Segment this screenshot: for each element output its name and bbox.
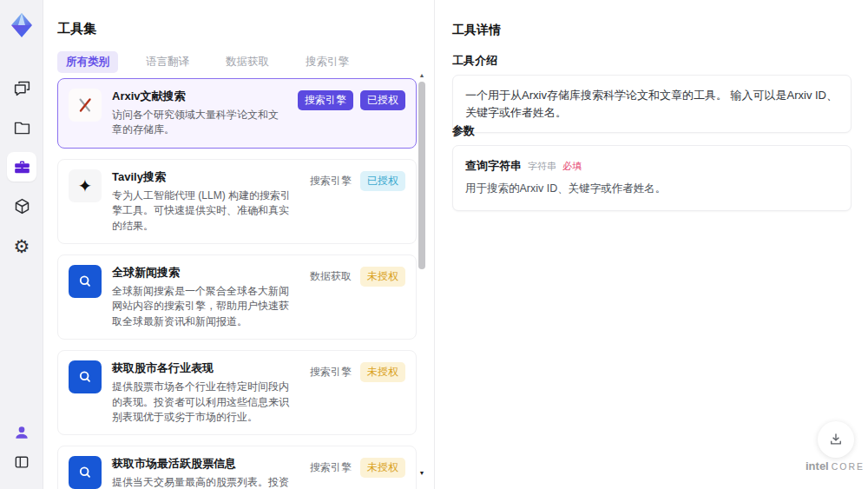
chat-icon — [13, 79, 31, 97]
tool-card-global-news[interactable]: 全球新闻搜索 全球新闻搜索是一个聚合全球各大新闻网站内容的搜索引擎，帮助用户快速… — [57, 254, 417, 340]
auth-status-badge: 未授权 — [360, 458, 405, 478]
tool-card-active-stocks[interactable]: 获取市场最活跃股票信息 提供当天交易量最高的股票列表。投资者可以利用这些信息来识… — [57, 446, 417, 489]
list-scrollbar[interactable]: ▲ ▼ — [418, 73, 426, 481]
search-logo-icon — [69, 456, 102, 489]
tool-name: Tavily搜索 — [112, 169, 298, 185]
tool-card-arxiv[interactable]: Arxiv文献搜索 访问各个研究领域大量科学论文和文章的存储库。 搜索引擎 已授… — [57, 78, 417, 149]
sidebar-item-packages[interactable] — [7, 191, 36, 221]
tool-card-tavily[interactable]: ✦ Tavily搜索 专为人工智能代理 (LLM) 构建的搜索引擎工具。可快速提… — [57, 159, 417, 244]
app-logo-icon[interactable] — [9, 11, 35, 39]
category-badge: 数据获取 — [308, 267, 353, 287]
tool-description: 访问各个研究领域大量科学论文和文章的存储库。 — [112, 108, 287, 138]
category-badge: 搜索引擎 — [308, 458, 353, 478]
sidebar-item-collapse[interactable] — [7, 447, 36, 477]
sidebar-item-chat[interactable] — [7, 73, 36, 102]
scroll-up-icon[interactable]: ▲ — [418, 72, 426, 78]
scrollbar-thumb[interactable] — [418, 82, 425, 269]
page-title: 工具集 — [57, 21, 96, 37]
tab-all-categories[interactable]: 所有类别 — [57, 51, 118, 73]
tool-description: 全球新闻搜索是一个聚合全球各大新闻网站内容的搜索引擎，帮助用户快速获取全球最新资… — [112, 284, 298, 329]
tool-card-stock-sectors[interactable]: 获取股市各行业表现 提供股票市场各个行业在特定时间段内的表现。投资者可以利用这些… — [57, 350, 417, 435]
download-button[interactable] — [818, 421, 854, 458]
sidebar-item-settings[interactable]: ⚙ — [7, 231, 36, 261]
category-badge: 搜索引擎 — [308, 171, 353, 191]
category-badge: 搜索引擎 — [298, 90, 353, 110]
details-title: 工具详情 — [452, 23, 501, 38]
param-card: 查询字符串 字符串 必填 用于搜索的Arxiv ID、关键字或作者姓名。 — [452, 145, 852, 211]
search-logo-icon — [69, 360, 102, 393]
tool-description: 提供当天交易量最高的股票列表。投资者可以利用这些信息来识别流动性强的股票和潜在的… — [112, 475, 298, 489]
tools-panel: 工具集 所有类别 语言翻译 数据获取 搜索引擎 Arxiv文献搜索 访问各个研究… — [43, 0, 434, 489]
tab-language-translation[interactable]: 语言翻译 — [137, 51, 198, 73]
tool-name: 全球新闻搜索 — [112, 265, 298, 281]
gear-icon: ⚙ — [14, 237, 30, 255]
param-type: 字符串 — [528, 160, 556, 173]
category-tabs: 所有类别 语言翻译 数据获取 搜索引擎 — [57, 51, 358, 73]
param-description: 用于搜索的Arxiv ID、关键字或作者姓名。 — [465, 182, 838, 196]
params-heading: 参数 — [452, 123, 475, 139]
intel-core-logo: intelCORE — [806, 458, 861, 473]
sidebar-item-files[interactable] — [7, 113, 36, 142]
tool-intro-box: 一个用于从Arxiv存储库搜索科学论文和文章的工具。 输入可以是Arxiv ID… — [452, 75, 852, 133]
tool-list: Arxiv文献搜索 访问各个研究领域大量科学论文和文章的存储库。 搜索引擎 已授… — [57, 78, 417, 489]
arxiv-logo-icon — [69, 89, 102, 122]
tool-name: 获取市场最活跃股票信息 — [112, 456, 298, 472]
user-icon — [13, 424, 30, 441]
search-logo-icon — [69, 265, 102, 298]
category-badge: 搜索引擎 — [308, 362, 353, 382]
tab-search-engine[interactable]: 搜索引擎 — [297, 51, 358, 73]
folder-icon — [13, 119, 31, 137]
scroll-down-icon[interactable]: ▼ — [418, 470, 426, 476]
cube-icon — [13, 197, 31, 215]
tab-data-acquisition[interactable]: 数据获取 — [217, 51, 278, 73]
tool-details-panel: 工具详情 工具介绍 一个用于从Arxiv存储库搜索科学论文和文章的工具。 输入可… — [434, 0, 868, 489]
auth-status-badge: 未授权 — [360, 362, 405, 382]
auth-status-badge: 已授权 — [360, 171, 405, 191]
intro-heading: 工具介绍 — [452, 53, 497, 69]
download-icon — [828, 432, 844, 447]
param-required-flag: 必填 — [562, 160, 582, 173]
sidebar-item-account[interactable] — [7, 418, 36, 447]
tool-description: 专为人工智能代理 (LLM) 构建的搜索引擎工具。可快速提供实时、准确和真实的结… — [112, 188, 298, 234]
auth-status-badge: 已授权 — [360, 90, 405, 110]
tool-name: Arxiv文献搜索 — [112, 89, 287, 104]
panel-layout-icon — [13, 453, 30, 471]
tavily-star-icon: ✦ — [69, 169, 102, 202]
tool-name: 获取股市各行业表现 — [112, 360, 298, 376]
tool-description: 提供股票市场各个行业在特定时间段内的表现。投资者可以利用这些信息来识别表现优于或… — [112, 380, 298, 425]
briefcase-icon — [13, 158, 31, 176]
param-name: 查询字符串 — [465, 158, 522, 174]
left-sidebar: ⚙ — [0, 0, 43, 489]
sidebar-item-toolbox[interactable] — [7, 152, 36, 182]
auth-status-badge: 未授权 — [360, 267, 405, 287]
